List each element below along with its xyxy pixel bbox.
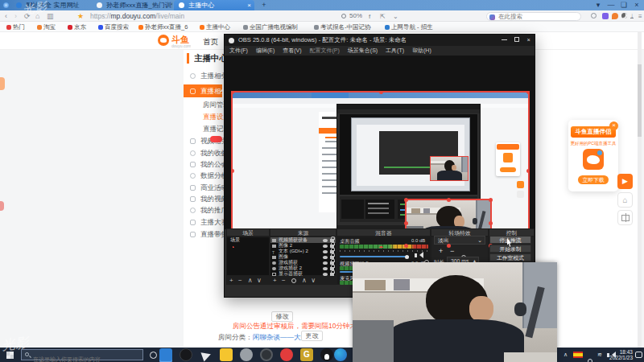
bookmark-star-icon[interactable]: ★	[77, 10, 84, 22]
zoom-icon[interactable]	[341, 14, 346, 19]
up-icon[interactable]: ∧	[248, 277, 253, 284]
dock-sources-header[interactable]: 来源	[270, 228, 336, 237]
menu-view[interactable]: 查看(V)	[283, 47, 301, 53]
studio-mode-button[interactable]: 工作室模式	[489, 253, 531, 261]
bookmark-item[interactable]: 主播中心	[200, 22, 230, 32]
gear-icon[interactable]	[291, 278, 296, 283]
volume-slider-knob[interactable]	[405, 255, 409, 259]
capture-selection[interactable]	[231, 91, 530, 249]
source-item[interactable]: 游戏捕获	[270, 260, 336, 265]
menu-edit[interactable]: 编辑(E)	[256, 47, 275, 53]
obs-preview[interactable]	[225, 56, 535, 229]
obs-close-icon[interactable]: ×	[527, 35, 530, 46]
dropdown-icon[interactable]: ⌄	[393, 13, 398, 20]
replay-button[interactable]: ▶	[617, 174, 633, 189]
zoom-level[interactable]: 50%	[349, 10, 362, 22]
bookmark-item[interactable]: 考试报名-中国记协	[314, 22, 371, 32]
start-button[interactable]	[6, 352, 14, 359]
tab-douyu-live[interactable]: 孙老师xxx直播_热门训忧直播_斗鱼	[92, 0, 172, 10]
down-icon[interactable]: ∨	[311, 277, 316, 284]
remove-icon[interactable]: −	[282, 277, 286, 284]
taskbar-app-icon[interactable]	[200, 348, 213, 361]
source-item[interactable]: 图像 2	[270, 243, 336, 249]
reader-icon[interactable]: ▥	[47, 10, 54, 22]
menu-profile[interactable]: 配置文件(P)	[310, 47, 340, 53]
taskbar-search[interactable]	[21, 349, 143, 360]
obs-minimize-icon[interactable]	[502, 39, 507, 40]
transition-select[interactable]: 淡出 ⌄	[434, 236, 485, 245]
visibility-icon[interactable]	[323, 250, 328, 253]
forward-icon[interactable]: ›	[14, 10, 17, 22]
bookmark-item[interactable]: 上网导航 - 招生	[385, 22, 433, 32]
tray-gear-icon[interactable]	[588, 352, 592, 362]
share-icon[interactable]: ⇱	[380, 13, 386, 20]
edge-browser-icon[interactable]	[334, 348, 347, 361]
visibility-icon[interactable]	[323, 261, 328, 265]
tab-close-icon[interactable]: ×	[247, 0, 251, 10]
download-button[interactable]: 立即下载	[578, 175, 609, 184]
minimize-button[interactable]: —	[605, 0, 617, 10]
gift-button[interactable]	[617, 210, 633, 225]
sources-list[interactable]: 视频捕获设备 图像 2 T文本 (GDI+) 2 图像 游戏捕获 游戏捕获 2 …	[270, 237, 336, 276]
home-button[interactable]: ⌂	[617, 192, 633, 208]
flag-icon[interactable]	[573, 352, 583, 358]
source-item[interactable]: 游戏捕获 2	[270, 265, 336, 271]
taskbar-search-input[interactable]	[33, 356, 138, 362]
taskbar-app-icon[interactable]: G	[300, 348, 313, 361]
quick-search-input[interactable]	[498, 13, 575, 20]
add-icon[interactable]: +	[229, 277, 233, 284]
douyu-logo-icon[interactable]	[158, 35, 169, 46]
obs-title-bar[interactable]: OBS 25.0.8 (64-bit, windows) - 配置文件: 未命名…	[225, 35, 535, 46]
visibility-icon[interactable]	[323, 256, 328, 259]
favorites-icon[interactable]: f	[369, 13, 370, 20]
new-tab-button[interactable]: +	[259, 0, 269, 10]
notification-icon[interactable]	[635, 352, 642, 358]
menu-scene-collection[interactable]: 场景集合(S)	[348, 47, 378, 53]
taskbar-app-icon[interactable]	[260, 348, 273, 361]
bookmark-item[interactable]: 京东	[68, 22, 86, 32]
taskbar-app-icon[interactable]	[280, 348, 293, 361]
visibility-icon[interactable]	[323, 273, 328, 276]
refresh-icon[interactable]: ⟳	[24, 10, 31, 22]
downloads-tray-icon[interactable]: ▾	[592, 0, 604, 10]
cortana-icon[interactable]	[150, 352, 157, 359]
visibility-icon[interactable]	[323, 239, 328, 242]
add-icon[interactable]: +	[273, 277, 277, 284]
tab-sites[interactable]: 网址大全 实用网址	[11, 0, 89, 10]
back-icon[interactable]: ‹	[5, 10, 7, 22]
taskbar-app-icon[interactable]	[159, 348, 172, 361]
extension-icon[interactable]	[602, 13, 609, 19]
visibility-icon[interactable]	[323, 267, 328, 270]
modify-button[interactable]: 修改	[271, 311, 293, 322]
night-mode-icon[interactable]	[621, 13, 627, 19]
speaker-icon[interactable]	[415, 253, 417, 257]
source-item[interactable]: 图像	[270, 254, 336, 260]
bookmark-item[interactable]: 孙老师xx直播_6	[138, 22, 188, 32]
source-item[interactable]: T文本 (GDI+) 2	[270, 249, 336, 254]
source-item[interactable]: 视频捕获设备	[270, 237, 336, 243]
dock-scenes-header[interactable]: 场景	[226, 228, 270, 237]
menu-help[interactable]: 帮助(H)	[412, 47, 431, 53]
quick-search-box[interactable]	[486, 12, 581, 21]
dock-mixer-header[interactable]: 混音器	[336, 228, 431, 237]
taskbar-clock[interactable]: 18:43 2022/1/23	[609, 349, 633, 360]
transition-add[interactable]: +	[439, 247, 443, 255]
bookmark-item[interactable]: 百度搜索	[98, 22, 129, 32]
menu-file[interactable]: 文件(F)	[229, 47, 248, 53]
download-icon[interactable]: ↓	[630, 12, 634, 19]
menu-tools[interactable]: 工具(T)	[386, 47, 404, 53]
transition-remove[interactable]: −	[450, 247, 454, 255]
down-icon[interactable]: ∨	[257, 277, 262, 284]
scenes-list[interactable]: 场景	[226, 237, 270, 276]
menu-icon[interactable]: ≡	[638, 13, 642, 20]
obs-maximize-icon[interactable]	[514, 37, 519, 42]
visibility-icon[interactable]	[323, 245, 328, 248]
scene-item[interactable]: 场景	[227, 237, 269, 243]
profile-icon[interactable]	[591, 13, 597, 19]
bookmark-item[interactable]: 全国广播电视编制	[243, 22, 298, 32]
taskbar-app-icon[interactable]	[240, 348, 253, 361]
maximize-button[interactable]: ❏	[618, 0, 630, 10]
promo-close-icon[interactable]: ×	[609, 121, 618, 130]
tab-streamer-center[interactable]: 主播中心 ×	[174, 0, 254, 10]
tray-expand-icon[interactable]: ∧	[564, 352, 568, 358]
